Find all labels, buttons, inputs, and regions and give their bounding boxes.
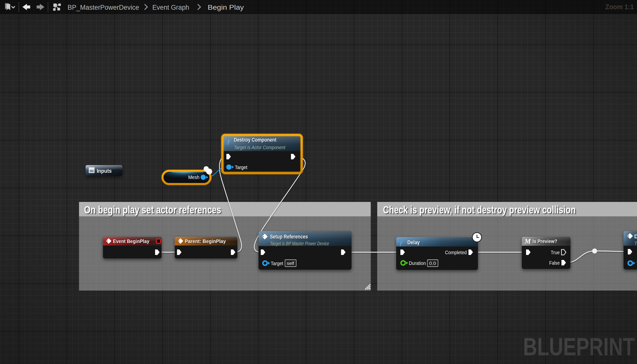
svg-text:T: T [634,241,637,246]
svg-text:BP_MasterPowerDevice: BP_MasterPowerDevice [68,4,139,11]
svg-text:self: self [287,261,294,266]
svg-text:M: M [524,237,531,245]
svg-text:Begin Play: Begin Play [208,4,244,11]
svg-text:Setup References: Setup References [270,234,308,240]
svg-text:Target is BP Master Power Devi: Target is BP Master Power Device [270,241,329,246]
svg-text:ƒ: ƒ [399,240,403,247]
svg-text:Event BeginPlay: Event BeginPlay [113,238,149,244]
svg-text:On begin play set actor refere: On begin play set actor references [84,204,221,216]
svg-text:Duration: Duration [409,260,426,266]
svg-text:Completed: Completed [445,250,467,255]
svg-text:Zoom 1:1: Zoom 1:1 [605,3,634,11]
svg-text:Delay: Delay [407,239,420,246]
svg-text:Parent: BeginPlay: Parent: BeginPlay [185,238,226,244]
svg-text:Target is Actor Component: Target is Actor Component [234,145,286,150]
svg-text:Inputs: Inputs [97,168,112,174]
svg-text:Target: Target [235,164,247,170]
svg-text:ƒ: ƒ [227,138,230,146]
svg-text:D: D [634,234,637,240]
svg-text:False: False [549,260,560,266]
svg-text:0.0: 0.0 [429,261,436,266]
svg-text:True: True [551,250,560,255]
svg-text:Target: Target [271,260,283,266]
svg-text:Check is preview, if not destr: Check is preview, if not destroy preview… [383,204,576,216]
svg-text:Event Graph: Event Graph [152,4,189,11]
svg-text:Destroy Component: Destroy Component [234,137,277,143]
svg-text:Mesh: Mesh [188,174,199,180]
svg-text:Is Preview?: Is Preview? [533,238,557,244]
